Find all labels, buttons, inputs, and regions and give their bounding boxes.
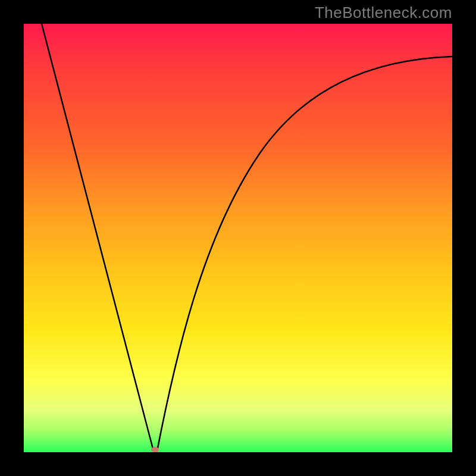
curve-left-branch [42, 24, 154, 451]
chart-frame: TheBottleneck.com [0, 0, 476, 476]
watermark-text: TheBottleneck.com [315, 4, 452, 22]
plot-area [24, 24, 452, 452]
curve-right-branch [157, 57, 452, 451]
bottleneck-curve [24, 24, 452, 452]
minimum-marker [151, 447, 159, 452]
